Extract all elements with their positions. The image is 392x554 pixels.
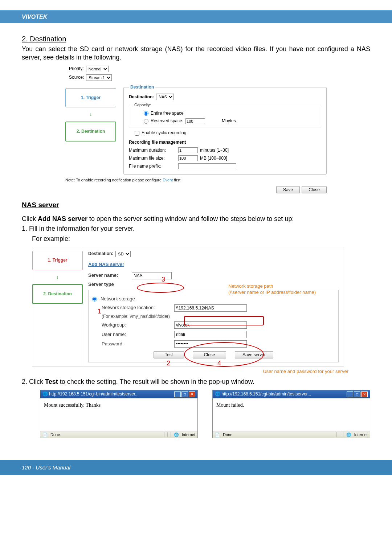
maxdur-unit: minutes [1~30] xyxy=(200,148,229,153)
maxfs-input[interactable] xyxy=(178,155,198,161)
dest-select-2[interactable]: SD xyxy=(115,251,131,257)
done-label-2: Done xyxy=(223,432,232,437)
internet-icon: 🌐 xyxy=(174,432,179,437)
annotation-3: 3 xyxy=(162,275,165,284)
nas-server-screenshot: 1. Trigger ↓ 2. Destination Destination:… xyxy=(32,247,344,366)
dest-label-2: Destination: xyxy=(88,251,113,257)
minimize-icon[interactable]: _ xyxy=(174,391,181,397)
internet-icon-2: 🌐 xyxy=(346,432,351,437)
steps-column-2: 1. Trigger ↓ 2. Destination xyxy=(32,247,83,366)
close-icon-2[interactable]: ✕ xyxy=(361,391,368,397)
nas-heading: NAS server xyxy=(22,201,370,210)
network-storage-label: Network storage xyxy=(101,296,135,302)
ie-icon: 🌐 xyxy=(42,391,48,397)
annot-path-body: (\\server name or IP address\folder name… xyxy=(228,290,316,296)
priority-select[interactable]: Normal xyxy=(86,66,109,72)
minimize-icon-2[interactable]: _ xyxy=(347,391,353,397)
close-button-2[interactable]: Close xyxy=(193,351,226,358)
popup-success-body: Mount successfully. Thanks xyxy=(40,398,197,431)
maximize-icon-2[interactable]: □ xyxy=(354,391,360,397)
annotation-1: 1 xyxy=(98,307,101,316)
step-destination: 2. Destination xyxy=(65,122,116,142)
event-link[interactable]: Event xyxy=(163,178,173,182)
workgroup-input[interactable] xyxy=(174,321,247,329)
source-select[interactable]: Stream 1 xyxy=(86,74,112,81)
destination-screenshot: Priority: Normal Source: Stream 1 1. Tri… xyxy=(65,66,327,193)
nsl-example: (For example: \\my_nas\disk\folder) xyxy=(92,314,335,320)
nas-intro-bold: Add NAS server xyxy=(38,215,87,222)
page-footer: 120 - User's Manual xyxy=(0,460,392,475)
note-row: Note: To enable recording notification p… xyxy=(65,177,327,182)
maxdur-label: Maximum duration: xyxy=(129,148,176,153)
nas-intro: Click Add NAS server to open the server … xyxy=(22,215,370,223)
capacity-reserved-label: Reserved space: xyxy=(151,118,183,124)
popup-url-2: http://192.168.5.151/cgi-bin/admin/tests… xyxy=(221,391,311,397)
popup-fail: 🌐 http://192.168.5.151/cgi-bin/admin/tes… xyxy=(212,390,370,438)
annot-path: Network storage path (\\server name or I… xyxy=(228,283,316,296)
fnprefix-label: File name prefix: xyxy=(129,164,176,169)
popup-fail-body: Mount failed. xyxy=(213,398,370,431)
step2-bold: Test xyxy=(45,378,58,385)
nsl-input[interactable] xyxy=(174,304,247,312)
note-prefix: Note: To enable recording notification p… xyxy=(65,178,163,182)
steps-column: 1. Trigger ↓ 2. Destination xyxy=(65,85,116,175)
save-button[interactable]: Save xyxy=(276,186,300,193)
step-trigger-2: 1. Trigger xyxy=(32,251,83,270)
maxdur-input[interactable] xyxy=(178,147,198,153)
annot-user-note: User name and password for your server xyxy=(22,369,348,375)
reserved-input[interactable] xyxy=(185,118,205,124)
maxfs-label: Maximum file size: xyxy=(129,156,176,161)
maximize-icon[interactable]: □ xyxy=(181,391,188,397)
reserved-unit: Mbytes xyxy=(222,118,236,124)
capacity-entire-label: Entire free space xyxy=(151,111,184,116)
rfm-heading: Recording file management xyxy=(129,140,321,145)
arrow-down-icon: ↓ xyxy=(65,111,116,118)
password-input[interactable] xyxy=(174,340,247,348)
annot-path-title: Network storage path xyxy=(228,283,316,290)
close-icon[interactable]: ✕ xyxy=(189,391,195,397)
note-suffix: first xyxy=(173,178,180,182)
network-storage-radio[interactable] xyxy=(92,297,97,301)
cyclic-label: Enable cyclic recording xyxy=(142,130,186,136)
cyclic-checkbox[interactable] xyxy=(135,131,139,136)
step2-suffix: to check the setting. The result will be… xyxy=(58,378,254,385)
test-button[interactable]: Test xyxy=(154,351,184,358)
save-server-button[interactable]: Save server xyxy=(235,351,273,358)
destination-legend: Destination xyxy=(129,85,155,90)
server-type-label: Server type xyxy=(88,282,114,287)
password-label: Password: xyxy=(102,341,171,347)
brand-header: VIVOTEK xyxy=(0,11,392,23)
test-result-popups: 🌐 http://192.168.5.151/cgi-bin/admin/tes… xyxy=(40,390,370,438)
done-icon: 📄 xyxy=(42,432,48,437)
workgroup-label: Workgroup: xyxy=(102,322,171,328)
step-trigger: 1. Trigger xyxy=(65,88,116,108)
nas-intro-prefix: Click xyxy=(22,215,38,222)
server-name-label: Server name: xyxy=(88,272,128,279)
arrow-down-icon-2: ↓ xyxy=(32,274,83,280)
source-label: Source: xyxy=(69,75,84,81)
username-input[interactable] xyxy=(174,331,247,338)
destination-panel: Destination Destination: NAS Capacity: E… xyxy=(123,85,327,175)
capacity-legend: Capacity: xyxy=(133,102,152,107)
step-destination-2: 2. Destination xyxy=(32,284,83,304)
capacity-entire-radio[interactable] xyxy=(144,111,148,116)
add-nas-link[interactable]: Add NAS server xyxy=(88,262,124,267)
internet-label-2: Internet xyxy=(354,432,368,437)
dest-select[interactable]: NAS xyxy=(156,94,174,100)
nas-step1b: For example: xyxy=(32,235,370,243)
popup-url-1: http://192.168.5.151/cgi-bin/admin/tests… xyxy=(49,391,139,397)
nas-intro-suffix: to open the server setting window and fo… xyxy=(87,215,294,222)
annotation-4: 4 xyxy=(217,359,221,368)
fnprefix-input[interactable] xyxy=(178,163,236,169)
done-icon-2: 📄 xyxy=(215,432,220,437)
nsl-label: Network storage location: xyxy=(102,305,171,311)
server-name-input[interactable] xyxy=(132,272,172,279)
done-label-1: Done xyxy=(50,432,60,437)
maxfs-unit: MB [100~900] xyxy=(200,156,227,161)
close-button[interactable]: Close xyxy=(302,186,327,193)
ie-icon-2: 🌐 xyxy=(215,391,220,397)
capacity-reserved-radio[interactable] xyxy=(144,119,148,124)
popup-success: 🌐 http://192.168.5.151/cgi-bin/admin/tes… xyxy=(40,390,198,438)
dest-label: Destination: xyxy=(129,94,154,100)
priority-label: Priority: xyxy=(69,66,84,72)
